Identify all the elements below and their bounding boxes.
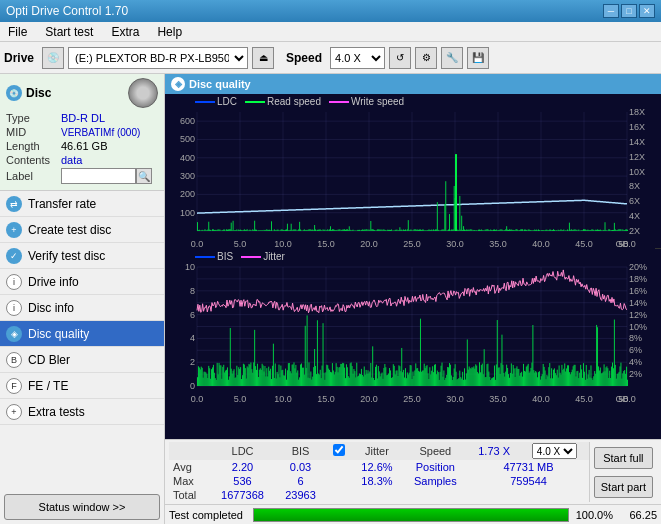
charts-container: LDC Read speed Write speed xyxy=(165,94,661,439)
sidebar-item-disc-info[interactable]: i Disc info xyxy=(0,295,164,321)
stats-table-area: LDC BIS Jitter Speed 1.73 X xyxy=(169,442,589,502)
max-samples-val: 759544 xyxy=(468,474,588,488)
legend-bis: BIS xyxy=(195,251,233,262)
length-label: Length xyxy=(6,140,61,152)
menu-extra[interactable]: Extra xyxy=(107,24,143,40)
main-area: 💿 Disc Type BD-R DL MID VERBATIMf (000) … xyxy=(0,74,661,524)
disc-quality-icon: ◈ xyxy=(6,326,22,342)
sidebar-item-disc-quality[interactable]: ◈ Disc quality xyxy=(0,321,164,347)
settings-button2[interactable]: 🔧 xyxy=(441,47,463,69)
total-empty2 xyxy=(402,488,468,502)
avg-empty xyxy=(326,460,352,474)
col-header-speed-select: 4.0 X xyxy=(520,442,589,460)
progress-right-value: 66.25 xyxy=(617,509,657,521)
eject-button[interactable]: ⏏ xyxy=(252,47,274,69)
verify-test-icon: ✓ xyxy=(6,248,22,264)
chart-speed-select[interactable]: 4.0 X xyxy=(532,443,577,459)
chart2-legend: BIS Jitter xyxy=(195,251,285,262)
read-speed-label: Read speed xyxy=(267,96,321,107)
type-value: BD-R DL xyxy=(61,112,105,124)
max-bis: 6 xyxy=(276,474,326,488)
chart2: BIS Jitter xyxy=(165,249,661,404)
status-window-button[interactable]: Status window >> xyxy=(4,494,160,520)
maximize-button[interactable]: □ xyxy=(621,4,637,18)
drive-label: Drive xyxy=(4,51,34,65)
progress-bar-fill xyxy=(254,509,568,521)
menu-file[interactable]: File xyxy=(4,24,31,40)
max-samples-label: Samples xyxy=(402,474,468,488)
start-buttons: Start full Start part xyxy=(589,442,657,502)
cd-bler-icon: B xyxy=(6,352,22,368)
window-controls: ─ □ ✕ xyxy=(603,4,655,18)
stats-total-row: Total 1677368 23963 xyxy=(169,488,589,502)
avg-position-label: Position xyxy=(402,460,468,474)
avg-bis: 0.03 xyxy=(276,460,326,474)
stats-table: LDC BIS Jitter Speed 1.73 X xyxy=(169,442,589,502)
menu-help[interactable]: Help xyxy=(153,24,186,40)
sidebar-item-transfer-rate[interactable]: ⇄ Transfer rate xyxy=(0,191,164,217)
refresh-button[interactable]: ↺ xyxy=(389,47,411,69)
avg-label: Avg xyxy=(169,460,210,474)
label-label: Label xyxy=(6,170,61,182)
total-empty3 xyxy=(468,488,520,502)
contents-label: Contents xyxy=(6,154,61,166)
minimize-button[interactable]: ─ xyxy=(603,4,619,18)
menu-start-test[interactable]: Start test xyxy=(41,24,97,40)
transfer-rate-icon: ⇄ xyxy=(6,196,22,212)
disc-header: 💿 Disc xyxy=(6,78,158,108)
save-button[interactable]: 💾 xyxy=(467,47,489,69)
label-input[interactable] xyxy=(61,168,136,184)
total-jitter xyxy=(352,488,403,502)
drive-select[interactable]: (E:) PLEXTOR BD-R PX-LB950SA 1.06 xyxy=(68,47,248,69)
total-empty4 xyxy=(520,488,589,502)
sidebar-item-extra-tests[interactable]: + Extra tests xyxy=(0,399,164,425)
label-search-button[interactable]: 🔍 xyxy=(136,168,152,184)
legend-jitter: Jitter xyxy=(241,251,285,262)
progress-bar-container xyxy=(253,508,569,522)
sidebar-item-verify-test-disc[interactable]: ✓ Verify test disc xyxy=(0,243,164,269)
total-label: Total xyxy=(169,488,210,502)
avg-jitter: 12.6% xyxy=(352,460,403,474)
title-bar: Opti Drive Control 1.70 ─ □ ✕ xyxy=(0,0,661,22)
bis-color xyxy=(195,256,215,258)
disc-contents-row: Contents data xyxy=(6,154,158,166)
jitter-checkbox[interactable] xyxy=(333,444,345,456)
col-header-bis: BIS xyxy=(276,442,326,460)
total-empty1 xyxy=(326,488,352,502)
start-full-button[interactable]: Start full xyxy=(594,447,653,469)
close-button[interactable]: ✕ xyxy=(639,4,655,18)
disc-info-label: Disc info xyxy=(28,301,74,315)
disc-graphic xyxy=(128,78,158,108)
disc-header-icon: 💿 xyxy=(6,85,22,101)
chart-header: ◈ Disc quality xyxy=(165,74,661,94)
mid-label: MID xyxy=(6,126,61,138)
progress-percent: 100.0% xyxy=(573,509,613,521)
bis-label: BIS xyxy=(217,251,233,262)
sidebar-item-fe-te[interactable]: F FE / TE xyxy=(0,373,164,399)
cd-bler-label: CD Bler xyxy=(28,353,70,367)
chart1-canvas xyxy=(165,94,655,249)
stats-avg-row: Avg 2.20 0.03 12.6% Position 47731 MB xyxy=(169,460,589,474)
extra-tests-label: Extra tests xyxy=(28,405,85,419)
speed-select[interactable]: 4.0 X xyxy=(330,47,385,69)
col-header-speed: Speed xyxy=(402,442,468,460)
sidebar-item-drive-info[interactable]: i Drive info xyxy=(0,269,164,295)
col-header-check xyxy=(326,442,352,460)
start-part-button[interactable]: Start part xyxy=(594,476,653,498)
disc-quality-label: Disc quality xyxy=(28,327,89,341)
sidebar-item-create-test-disc[interactable]: + Create test disc xyxy=(0,217,164,243)
ldc-label: LDC xyxy=(217,96,237,107)
total-ldc: 1677368 xyxy=(210,488,276,502)
ldc-color xyxy=(195,101,215,103)
disc-label-row: Label 🔍 xyxy=(6,168,158,184)
chart1-legend: LDC Read speed Write speed xyxy=(195,96,404,107)
col-header-speed-val: 1.73 X xyxy=(468,442,520,460)
chart2-canvas xyxy=(165,249,655,404)
sidebar-item-cd-bler[interactable]: B CD Bler xyxy=(0,347,164,373)
disc-type-row: Type BD-R DL xyxy=(6,112,158,124)
right-panel: ◈ Disc quality LDC Read speed xyxy=(165,74,661,524)
legend-ldc: LDC xyxy=(195,96,237,107)
jitter-color xyxy=(241,256,261,258)
settings-button1[interactable]: ⚙ xyxy=(415,47,437,69)
drive-icon: 💿 xyxy=(42,47,64,69)
